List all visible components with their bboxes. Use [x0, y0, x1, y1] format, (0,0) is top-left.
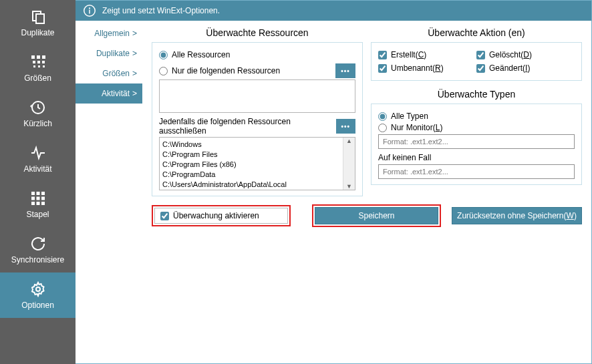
svg-rect-18: [31, 202, 35, 205]
resources-group: Alle Ressourcen Nur die folgenden Ressou…: [152, 42, 363, 196]
svg-rect-2: [31, 55, 35, 59]
radio-only-types[interactable]: [378, 124, 387, 132]
header-text: Zeigt und setzt WinExt-Optionen.: [102, 6, 220, 15]
sync-icon: [30, 236, 46, 252]
svg-rect-20: [41, 202, 45, 205]
exclude-types-input[interactable]: [378, 164, 575, 179]
include-types-input[interactable]: [378, 134, 575, 149]
sidebar-item-duplicates[interactable]: Duplikate: [0, 0, 76, 45]
tab-general[interactable]: Allgemein>: [76, 23, 142, 43]
resources-title: Überwachte Ressourcen: [152, 27, 363, 38]
reset-button[interactable]: Zurücksetzen ohne Speichern(W): [452, 207, 582, 224]
chk-renamed[interactable]: [378, 64, 387, 73]
svg-rect-19: [36, 202, 39, 205]
exclude-label: Jedenfalls die folgenden Ressourcen auss…: [159, 117, 336, 136]
sidebar: Duplikate Größen Kürzlich Aktivität Stap…: [0, 0, 76, 364]
svg-rect-3: [37, 55, 40, 59]
types-group: Alle Typen Nur Monitor(L) Auf keinen Fal…: [371, 104, 582, 185]
settings-tabs: Allgemein> Duplikate> Größen> Aktivität>: [76, 21, 142, 363]
svg-point-21: [36, 287, 40, 291]
tab-duplicates[interactable]: Duplikate>: [76, 43, 142, 63]
history-icon: [30, 100, 46, 116]
chk-created[interactable]: [378, 51, 387, 59]
info-icon: [84, 5, 96, 17]
svg-rect-24: [89, 10, 90, 14]
svg-rect-10: [43, 65, 45, 67]
svg-point-23: [89, 7, 90, 9]
chk-changed[interactable]: [476, 64, 485, 73]
actions-title: Überwachte Aktion (en): [371, 27, 582, 38]
radio-only-resources[interactable]: [159, 67, 168, 75]
svg-rect-14: [41, 192, 45, 195]
radio-all-resources[interactable]: [159, 51, 168, 59]
svg-rect-6: [37, 61, 40, 63]
never-label: Auf keinen Fall: [378, 153, 431, 162]
scroll-up-icon[interactable]: ▲: [346, 138, 352, 144]
settings-content: Überwachte Ressourcen Alle Ressourcen Nu…: [142, 21, 591, 363]
svg-rect-13: [36, 192, 39, 195]
svg-rect-9: [38, 65, 40, 67]
sidebar-item-batch[interactable]: Stapel: [0, 182, 76, 227]
highlight-enable: Überwachung aktivieren: [152, 205, 291, 226]
svg-rect-1: [36, 14, 44, 23]
svg-rect-17: [41, 196, 45, 200]
grid-3x3-icon: [30, 190, 46, 206]
types-title: Überwachte Typen: [371, 89, 582, 100]
highlight-save: Speichern: [312, 204, 441, 227]
gear-icon: [30, 281, 46, 297]
svg-rect-5: [33, 61, 35, 63]
radio-all-types[interactable]: [378, 112, 387, 121]
action-row: Überwachung aktivieren Speichern Zurücks…: [152, 204, 582, 227]
chk-enable-monitoring[interactable]: [160, 212, 169, 220]
svg-rect-16: [36, 196, 39, 200]
add-exclude-button[interactable]: •••: [336, 119, 355, 134]
exclude-list-content: C:\WindowsC:\Program FilesC:\Program Fil…: [160, 138, 343, 190]
exclude-list[interactable]: C:\WindowsC:\Program FilesC:\Program Fil…: [159, 137, 355, 190]
svg-rect-7: [42, 61, 45, 63]
save-button[interactable]: Speichern: [315, 207, 438, 224]
svg-rect-12: [31, 192, 35, 195]
sidebar-item-options[interactable]: Optionen: [0, 272, 76, 318]
scrollbar[interactable]: ▲▼: [343, 138, 355, 190]
activity-icon: [30, 145, 46, 161]
tab-activity[interactable]: Aktivität>: [76, 83, 142, 104]
chk-deleted[interactable]: [476, 51, 485, 59]
sidebar-item-sync[interactable]: Synchronisiere: [0, 227, 76, 272]
svg-rect-15: [31, 196, 35, 200]
grid-icon: [30, 54, 46, 70]
copy-icon: [30, 9, 46, 25]
include-list[interactable]: [159, 79, 355, 113]
sidebar-item-sizes[interactable]: Größen: [0, 45, 76, 91]
sidebar-item-recent[interactable]: Kürzlich: [0, 91, 76, 136]
add-resource-button[interactable]: •••: [335, 63, 355, 78]
tab-sizes[interactable]: Größen>: [76, 63, 142, 83]
actions-group: Erstellt(C) Gelöscht(D) Umbenannt(R) Geä…: [371, 42, 582, 81]
main-panel: Zeigt und setzt WinExt-Optionen. Allgeme…: [76, 0, 592, 364]
header-bar: Zeigt und setzt WinExt-Optionen.: [76, 1, 591, 21]
svg-rect-8: [33, 65, 35, 67]
scroll-down-icon[interactable]: ▼: [346, 183, 352, 190]
sidebar-item-activity[interactable]: Aktivität: [0, 136, 76, 182]
svg-rect-4: [42, 55, 45, 59]
